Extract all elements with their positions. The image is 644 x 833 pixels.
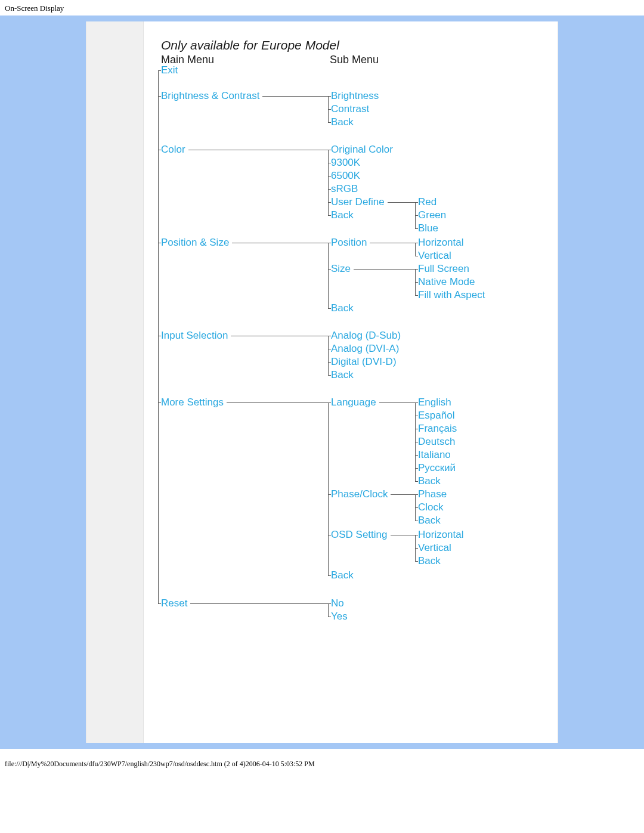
menu-item: Back (418, 515, 441, 525)
menu-item: Yes (331, 611, 348, 621)
page-title: On-Screen Display (0, 0, 644, 16)
menu-item: Horizontal (418, 529, 464, 540)
menu-item: Español (418, 410, 454, 420)
menu-item: Input Selection (161, 330, 228, 340)
menu-item: Vertical (418, 250, 451, 261)
menu-item: Exit (161, 65, 178, 75)
menu-item: Red (418, 197, 436, 207)
menu-item: Analog (DVI-A) (331, 343, 399, 354)
menu-item: English (418, 397, 451, 407)
menu-item: Back (331, 117, 354, 127)
tree-connectors (86, 21, 558, 713)
menu-item: Original Color (331, 144, 393, 154)
menu-item: Français (418, 423, 457, 433)
menu-item: Analog (D-Sub) (331, 330, 401, 340)
menu-item: Back (331, 210, 354, 220)
menu-item: Horizontal (418, 237, 464, 247)
menu-tree-diagram: Only available for Europe Model Main Men… (86, 21, 558, 743)
menu-item: More Settings (161, 397, 224, 407)
menu-item: Deutsch (418, 436, 455, 447)
menu-item: Brightness & Contrast (161, 91, 259, 101)
menu-item: Digital (DVI-D) (331, 357, 397, 367)
menu-item: Position (331, 237, 367, 247)
document-page: Only available for Europe Model Main Men… (86, 21, 558, 743)
menu-item: 6500K (331, 171, 360, 181)
menu-item: Back (331, 303, 354, 313)
menu-item: Phase/Clock (331, 489, 388, 499)
menu-item: sRGB (331, 184, 358, 194)
menu-item: User Define (331, 197, 385, 207)
menu-item: Blue (418, 223, 438, 233)
menu-item: Back (331, 570, 354, 580)
menu-item: No (331, 598, 344, 608)
menu-item: Italiano (418, 450, 451, 460)
menu-item: 9300K (331, 157, 360, 168)
menu-item: Brightness (331, 91, 379, 101)
menu-item: Clock (418, 502, 444, 512)
menu-item: Back (331, 370, 354, 380)
menu-item: Reset (161, 598, 187, 608)
menu-item: Full Screen (418, 264, 469, 274)
menu-item: Back (418, 556, 441, 566)
menu-item: Русский (418, 463, 456, 473)
menu-item: Size (331, 264, 351, 274)
menu-item: OSD Setting (331, 529, 388, 540)
document-frame: Only available for Europe Model Main Men… (0, 16, 644, 749)
menu-item: Color (161, 144, 185, 154)
menu-item: Position & Size (161, 237, 229, 247)
menu-item: Fill with Aspect (418, 290, 485, 300)
menu-item: Back (418, 476, 441, 486)
menu-item: Native Mode (418, 277, 475, 287)
menu-item: Contrast (331, 104, 369, 114)
footer-file-path: file:///D|/My%20Documents/dfu/230WP7/eng… (0, 749, 644, 773)
menu-item: Green (418, 210, 446, 220)
menu-item: Phase (418, 489, 447, 499)
menu-item: Vertical (418, 543, 451, 553)
menu-item: Language (331, 397, 376, 407)
